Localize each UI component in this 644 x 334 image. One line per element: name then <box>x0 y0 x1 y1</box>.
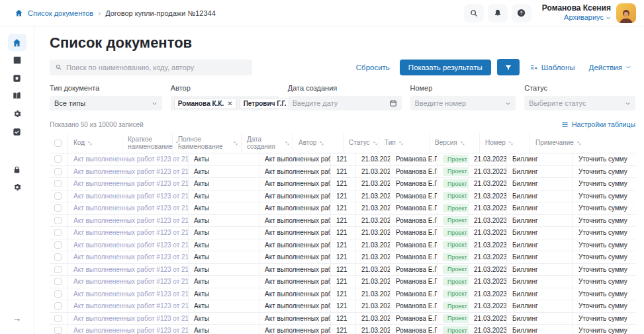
cell-code-link[interactable]: Акт выполнененных работ #123 от 21.03.20… <box>68 288 189 300</box>
row-checkbox[interactable] <box>54 229 62 236</box>
records-summary: Показано 50 из 10000 записей <box>50 121 144 128</box>
sidebar-item-home[interactable] <box>8 34 26 51</box>
cell-number: Биллинг <box>507 166 573 178</box>
row-checkbox[interactable] <box>54 278 62 285</box>
column-header-version[interactable]: Версия <box>430 133 480 153</box>
user-menu[interactable]: Романова Ксения Архивариус <box>542 3 636 23</box>
row-checkbox[interactable] <box>54 266 62 273</box>
row-checkbox[interactable] <box>54 204 62 212</box>
number-input[interactable] <box>415 99 503 107</box>
sidebar-item-inbox[interactable] <box>8 123 26 140</box>
table-row[interactable]: Акт выполнененных работ #123 от 21.03.20… <box>50 313 635 325</box>
table-row[interactable]: Акт выполнененных работ #123 от 21.03.20… <box>50 288 635 301</box>
cell-code-link[interactable]: Акт выполнененных работ #123 от 21.03.20… <box>68 313 189 325</box>
search-field[interactable] <box>50 60 252 75</box>
row-checkbox[interactable] <box>54 192 62 200</box>
filter-type-select[interactable]: Все типы <box>50 96 162 110</box>
cell-date2: 21.03.2023 <box>469 276 507 288</box>
sidebar-item-library[interactable] <box>8 87 26 104</box>
help-button[interactable]: ? <box>512 4 531 22</box>
calendar-icon[interactable] <box>389 99 397 107</box>
reset-button[interactable]: Сбросить <box>352 60 394 75</box>
table-row[interactable]: Акт выполнененных работ #123 от 21.03.20… <box>50 190 635 203</box>
table-row[interactable]: Акт выполнененных работ #123 от 21.03.20… <box>50 251 635 264</box>
table-row[interactable]: Акт выполнененных работ #123 от 21.03.20… <box>50 239 635 252</box>
status-input[interactable] <box>529 99 622 107</box>
search-input[interactable] <box>66 63 247 71</box>
cell-created: 21.03.2023 <box>356 325 391 334</box>
breadcrumb-link-documents[interactable]: Список документов <box>28 9 93 17</box>
filter-number-label: Номер <box>410 84 516 92</box>
row-checkbox[interactable] <box>54 315 62 322</box>
table-row[interactable]: Акт выполнененных работ #123 от 21.03.20… <box>50 153 635 166</box>
cell-code-link[interactable]: Акт выполнененных работ #123 от 21.03.20… <box>68 264 189 276</box>
cell-code-link[interactable]: Акт выполнененных работ #123 от 21.03.20… <box>68 166 189 178</box>
table-row[interactable]: Акт выполнененных работ #123 от 21.03.20… <box>50 300 635 313</box>
cell-version: 121 <box>331 202 356 214</box>
table-row[interactable]: Акт выполнененных работ #123 от 21.03.20… <box>50 166 635 179</box>
row-checkbox[interactable] <box>54 180 62 187</box>
row-checkbox[interactable] <box>54 302 62 310</box>
row-checkbox[interactable] <box>54 241 62 249</box>
column-header-full-name[interactable]: Полное наименование <box>173 133 242 153</box>
cell-created: 21.03.2023 <box>356 153 391 165</box>
sidebar-collapse-button[interactable]: → <box>13 313 22 323</box>
author-chip[interactable]: Романова К.К. ✕ <box>174 98 237 109</box>
cell-code-link[interactable]: Акт выполнененных работ #123 от 21.03.20… <box>68 153 189 165</box>
table-settings-button[interactable]: Настройки таблицы <box>561 120 635 128</box>
cell-code-link[interactable]: Акт выполнененных работ #123 от 21.03.20… <box>68 251 189 263</box>
sidebar-item-security[interactable] <box>8 161 26 178</box>
table-row[interactable]: Акт выполнененных работ #123 от 21.03.20… <box>50 215 635 228</box>
cell-code-link[interactable]: Акт выполнененных работ #123 от 21.03.20… <box>68 202 189 214</box>
column-header-author[interactable]: Автор <box>293 133 344 153</box>
cell-code-link[interactable]: Акт выполнененных работ #123 от 21.03.20… <box>68 190 189 202</box>
notifications-button[interactable] <box>488 4 508 22</box>
column-header-created[interactable]: Дата создания <box>242 133 293 153</box>
lock-icon <box>13 165 21 174</box>
date-input[interactable] <box>293 99 387 107</box>
table-row[interactable]: Акт выполнененных работ #123 от 21.03.20… <box>50 264 635 276</box>
filter-date-field[interactable] <box>288 96 402 110</box>
row-checkbox[interactable] <box>54 327 62 334</box>
sidebar-item-settings[interactable] <box>8 105 26 122</box>
search-button[interactable] <box>464 4 484 22</box>
column-header-type[interactable]: Тип <box>379 133 430 153</box>
filter-number-field[interactable] <box>410 96 516 110</box>
filter-status-select[interactable] <box>524 96 635 110</box>
table-row[interactable]: Акт выполнененных работ #123 от 21.03.20… <box>50 202 635 215</box>
column-header-code[interactable]: Код <box>68 133 122 153</box>
cell-code-link[interactable]: Акт выполнененных работ #123 от 21.03.20… <box>68 325 189 334</box>
sidebar-item-documents[interactable] <box>8 52 26 69</box>
column-header-short-name[interactable]: Краткое наименование <box>122 133 173 153</box>
show-results-button[interactable]: Показать результаты <box>400 60 491 75</box>
sidebar-item-preferences[interactable] <box>8 179 26 196</box>
table-row[interactable]: Акт выполнененных работ #123 от 21.03.20… <box>50 227 635 239</box>
cell-code-link[interactable]: Акт выполнененных работ #123 от 21.03.20… <box>68 276 189 288</box>
row-checkbox[interactable] <box>54 168 62 175</box>
close-icon[interactable]: ✕ <box>227 100 232 107</box>
row-checkbox[interactable] <box>54 217 62 224</box>
table-row[interactable]: Акт выполнененных работ #123 от 21.03.20… <box>50 276 635 288</box>
home-icon[interactable] <box>15 9 23 17</box>
select-all-checkbox[interactable] <box>54 140 62 147</box>
column-header-status[interactable]: Статус <box>344 133 379 153</box>
column-header-number[interactable]: Номер <box>480 133 530 153</box>
column-header-note[interactable]: Примечание <box>530 133 635 153</box>
user-role[interactable]: Архивариус <box>542 13 611 22</box>
cell-code-link[interactable]: Акт выполнененных работ #123 от 21.03.20… <box>68 300 189 312</box>
actions-button[interactable]: Действия <box>585 60 635 75</box>
table-row[interactable]: Акт выполнененных работ #123 от 21.03.20… <box>50 178 635 190</box>
table-row[interactable]: Акт выполнененных работ #123 от 21.03.20… <box>50 325 635 334</box>
row-checkbox[interactable] <box>54 155 62 163</box>
avatar[interactable] <box>616 3 636 23</box>
cell-code-link[interactable]: Акт выполнененных работ #123 от 21.03.20… <box>68 178 189 190</box>
templates-button[interactable]: A Шаблоны <box>526 60 579 75</box>
cell-code-link[interactable]: Акт выполнененных работ #123 от 21.03.20… <box>68 239 189 251</box>
filter-button[interactable] <box>497 59 520 75</box>
row-checkbox[interactable] <box>54 253 62 261</box>
row-checkbox[interactable] <box>54 290 62 298</box>
sidebar-item-archive[interactable] <box>8 69 26 87</box>
filter-author-multiselect[interactable]: Романова К.К. ✕ Петрович Г.Г. ✕ <box>171 96 279 110</box>
cell-code-link[interactable]: Акт выполнененных работ #123 от 21.03.20… <box>68 227 189 239</box>
cell-code-link[interactable]: Акт выполнененных работ #123 от 21.03.20… <box>68 215 189 227</box>
